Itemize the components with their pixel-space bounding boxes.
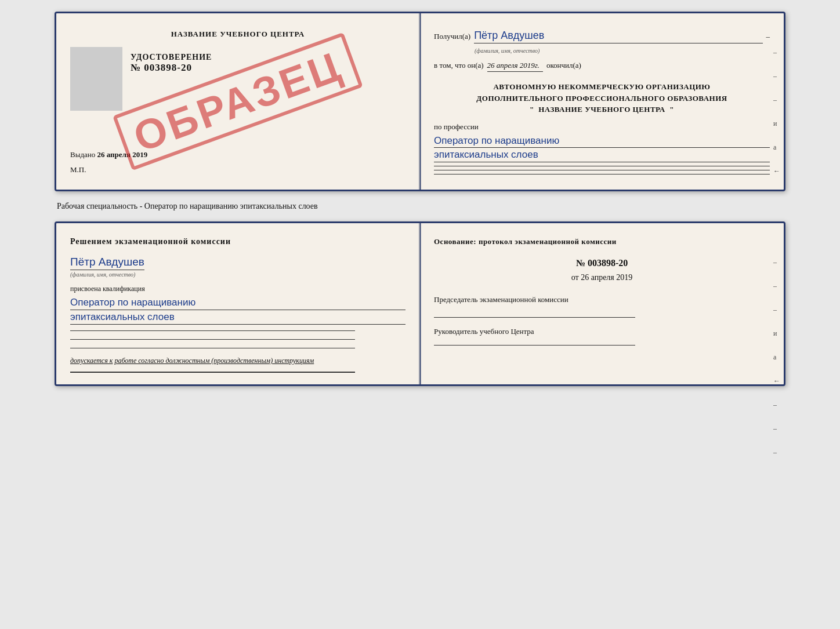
dopuskaetsya-text: допускается к работе согласно должностны… xyxy=(70,355,405,366)
recipient-name: Пётр Авдушев xyxy=(474,30,762,43)
org-name: НАЗВАНИЕ УЧЕБНОГО ЦЕНТРА xyxy=(538,105,665,114)
poluchil-row: Получил(а) Пётр Авдушев – xyxy=(434,30,770,43)
top-right-page: Получил(а) Пётр Авдушев – (фамилия, имя,… xyxy=(420,13,784,190)
top-certificate-card: НАЗВАНИЕ УЧЕБНОГО ЦЕНТРА УДОСТОВЕРЕНИЕ №… xyxy=(55,12,785,191)
org-quote2: " xyxy=(669,105,674,114)
bottom-name: Пётр Авдушев xyxy=(70,256,144,270)
bmark3: – xyxy=(773,306,780,314)
bottom-right-page: Основание: протокол экзаменационной коми… xyxy=(420,223,784,384)
ot-date: от 26 апреля 2019 xyxy=(434,273,770,282)
mark1: – xyxy=(773,48,780,57)
separator3 xyxy=(434,174,770,174)
org-quote1: " xyxy=(530,105,534,114)
predsedatel-sign-line xyxy=(434,317,635,318)
vtom-date: 26 апреля 2019г. xyxy=(487,61,543,72)
fio-hint-top: (фамилия, имя, отчество) xyxy=(475,48,540,54)
bmark1: – xyxy=(773,258,780,267)
vydano-date: 26 апреля 2019 xyxy=(97,150,148,159)
bottom-fio-hint: (фамилия, имя, отчество) xyxy=(70,271,405,278)
prisvoena-label: присвоена квалификация xyxy=(70,285,405,293)
separator2 xyxy=(434,170,770,170)
bmark4: и xyxy=(773,329,780,338)
dopuskaetsya-link: работе согласно должностным (производств… xyxy=(114,357,314,365)
mark6: ← xyxy=(773,167,780,176)
org-block: АВТОНОМНУЮ НЕКОММЕРЧЕСКУЮ ОРГАНИЗАЦИЮ ДО… xyxy=(434,81,770,115)
resheniem-text: Решением экзаменационной комиссии xyxy=(70,237,405,246)
top-left-page: НАЗВАНИЕ УЧЕБНОГО ЦЕНТРА УДОСТОВЕРЕНИЕ №… xyxy=(56,13,420,190)
poluchil-dash: – xyxy=(766,32,770,41)
udostoverenie-number: № 003898-20 xyxy=(131,62,212,74)
dopuskaetsya-prefix: допускается к xyxy=(70,357,113,365)
bmark9: – xyxy=(773,448,780,457)
bottom-line1 xyxy=(70,330,355,331)
separator1 xyxy=(434,166,770,166)
mark5: а xyxy=(773,143,780,152)
bmark6: ← xyxy=(773,377,780,386)
specialty-text: Рабочая специальность - Оператор по нара… xyxy=(55,202,785,211)
okoncil-label: окончил(а) xyxy=(546,61,581,70)
poluchil-prefix: Получил(а) xyxy=(434,32,470,41)
vtom-prefix: в том, что он(а) xyxy=(434,61,484,70)
vtom-row: в том, что он(а) 26 апреля 2019г. окончи… xyxy=(434,61,770,72)
vydano-prefix: Выдано xyxy=(70,150,95,159)
predsedatel-label: Председатель экзаменационной комиссии xyxy=(434,294,770,306)
ot-prefix: от xyxy=(571,273,579,282)
osnovanie-title: Основание: протокол экзаменационной коми… xyxy=(434,237,770,246)
cert-title: НАЗВАНИЕ УЧЕБНОГО ЦЕНТРА xyxy=(70,30,405,39)
mark2: – xyxy=(773,72,780,81)
bottom-lines xyxy=(70,330,405,348)
profession-line1: Оператор по наращиванию xyxy=(434,134,770,148)
po-professii-label: по профессии xyxy=(434,122,770,132)
mp-label: М.П. xyxy=(70,165,405,174)
ot-date-value: 26 апреля 2019 xyxy=(581,273,632,282)
mark3: – xyxy=(773,96,780,104)
org-line1: АВТОНОМНУЮ НЕКОММЕРЧЕСКУЮ ОРГАНИЗАЦИЮ xyxy=(434,81,770,93)
bottom-left-page: Решением экзаменационной комиссии Пётр А… xyxy=(56,223,420,384)
qualification-line1: Оператор по наращиванию xyxy=(70,296,405,310)
udostoverenie-block: УДОСТОВЕРЕНИЕ № 003898-20 xyxy=(131,53,212,74)
bmark7: – xyxy=(773,401,780,409)
org-name-line: " НАЗВАНИЕ УЧЕБНОГО ЦЕНТРА " xyxy=(434,104,770,115)
bmark2: – xyxy=(773,282,780,290)
rukovoditel-sign-line xyxy=(434,345,635,346)
qualification-line2: эпитаксиальных слоев xyxy=(70,310,405,325)
bmark8: – xyxy=(773,424,780,433)
photo-placeholder xyxy=(70,47,122,111)
protokol-number: № 003898-20 xyxy=(434,258,770,268)
mark4: и xyxy=(773,119,780,128)
bottom-line5 xyxy=(70,372,355,373)
profession-line2: эпитаксиальных слоев xyxy=(434,148,770,162)
vydano-row: Выдано 26 апреля 2019 xyxy=(70,150,405,159)
bottom-line3 xyxy=(70,348,355,348)
rukovoditel-label: Руководитель учебного Центра xyxy=(434,326,770,337)
udostoverenie-label: УДОСТОВЕРЕНИЕ xyxy=(131,53,212,62)
bottom-line2 xyxy=(70,339,355,340)
right-margin-marks-bottom: – – – и а ← – – – xyxy=(773,258,780,457)
right-margin-marks: – – – и а ← xyxy=(773,48,780,176)
org-line2: ДОПОЛНИТЕЛЬНОГО ПРОФЕССИОНАЛЬНОГО ОБРАЗО… xyxy=(434,93,770,104)
bottom-certificate-card: Решением экзаменационной комиссии Пётр А… xyxy=(55,221,785,386)
bmark5: а xyxy=(773,353,780,362)
